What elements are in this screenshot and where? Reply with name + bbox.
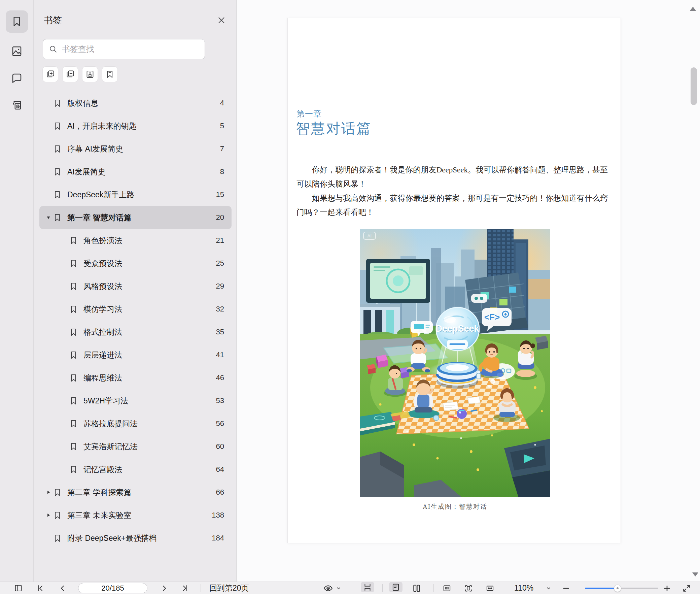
bookmark-label: 艾宾浩斯记忆法 [83, 441, 138, 452]
bookmark-search-input[interactable] [62, 44, 199, 54]
remove-bookmark-icon [105, 70, 114, 79]
vertical-scrollbar-thumb[interactable] [691, 67, 697, 105]
document-canvas[interactable]: 第一章 智慧对话篇 你好，聪明的探索者！我是你的朋友DeepSeek。我可以帮你… [237, 0, 700, 582]
bookmark-item[interactable]: 第二章 学科探索篇 66 [39, 481, 232, 504]
bookmark-icon [53, 144, 62, 154]
zoom-in-button[interactable] [660, 582, 674, 594]
bookmarks-panel: 书签 [34, 0, 237, 582]
view-mode-eye-icon [323, 583, 333, 593]
bookmark-item[interactable]: 第一章 智慧对话篇 20 [39, 206, 232, 229]
bookmark-icon [69, 259, 78, 268]
pdf-page: 第一章 智慧对话篇 你好，聪明的探索者！我是你的朋友DeepSeek。我可以帮你… [287, 18, 621, 543]
bookmark-label: AI，开启未来的钥匙 [67, 121, 137, 131]
bookmark-page-number: 15 [212, 190, 224, 199]
panel-title: 书签 [44, 14, 62, 26]
bookmark-item[interactable]: 5W2H学习法 53 [39, 389, 232, 412]
continuous-scroll-button[interactable] [361, 582, 374, 592]
page-number-input[interactable]: 20/185 [78, 583, 147, 593]
image-icon [11, 45, 23, 57]
fullscreen-button[interactable] [680, 582, 693, 594]
prev-page-button[interactable] [56, 582, 69, 594]
bookmark-item[interactable]: 格式控制法 35 [39, 321, 232, 343]
bookmark-page-number: 8 [216, 167, 224, 176]
scroll-down-icon[interactable] [692, 572, 698, 576]
bookmark-label: 角色扮演法 [83, 235, 122, 246]
bookmark-page-number: 184 [208, 534, 224, 542]
bookmark-label: 层层递进法 [83, 350, 122, 360]
chapter-kicker: 第一章 [296, 108, 322, 119]
collapse-all-button[interactable] [63, 67, 78, 82]
bookmark-search[interactable] [43, 39, 205, 59]
rail-page-bookmarks-button[interactable] [6, 94, 28, 116]
body-text: 你好，聪明的探索者！我是你的朋友DeepSeek。我可以帮你解答问题、整理思路，… [296, 163, 608, 219]
rail-comments-button[interactable] [6, 67, 28, 89]
bookmark-item[interactable]: DeepSeek新手上路 15 [39, 183, 232, 206]
caret-right-icon[interactable] [44, 513, 53, 518]
two-page-icon [412, 584, 421, 593]
rail-bookmarks-button[interactable] [6, 10, 28, 33]
caret-down-icon[interactable] [44, 215, 53, 220]
back-to-page-button[interactable]: 回到第20页 [209, 582, 249, 594]
close-panel-button[interactable] [215, 14, 228, 26]
bookmark-label: 版权信息 [67, 98, 98, 108]
fit-width-button[interactable] [483, 582, 497, 594]
last-page-button[interactable] [178, 582, 192, 594]
icon-rail [0, 0, 34, 582]
bookmark-item[interactable]: 苏格拉底提问法 56 [39, 412, 232, 435]
first-page-icon [36, 584, 44, 592]
bookmark-icon [69, 328, 78, 337]
bookmark-item[interactable]: 角色扮演法 21 [39, 229, 232, 252]
single-page-icon [391, 583, 400, 592]
sidebar-toggle-button[interactable] [11, 582, 25, 594]
bookmark-item[interactable]: 编程思维法 46 [39, 366, 232, 389]
bookmark-item[interactable]: 层层递进法 41 [39, 343, 232, 366]
bookmark-item[interactable]: 第三章 未来实验室 138 [39, 504, 232, 527]
bookmark-item[interactable]: 序幕 AI发展简史 7 [39, 137, 232, 160]
bookmark-item[interactable]: 模仿学习法 32 [39, 298, 232, 321]
caret-right-icon[interactable] [44, 490, 53, 495]
bookmark-page-number: 20 [212, 213, 224, 222]
search-icon [48, 44, 58, 54]
bookmark-icon [53, 511, 62, 520]
bookmark-item[interactable]: 风格预设法 29 [39, 275, 232, 298]
paragraph: 你好，聪明的探索者！我是你的朋友DeepSeek。我可以帮你解答问题、整理思路，… [296, 163, 608, 191]
next-page-button[interactable] [158, 582, 171, 594]
bookmark-page-number: 25 [212, 259, 224, 268]
zoom-out-button[interactable] [559, 582, 573, 594]
bookmark-page-number: 41 [212, 351, 224, 359]
zoom-level-dropdown[interactable] [546, 582, 551, 594]
bookmark-page-number: 4 [216, 99, 224, 107]
bookmark-item[interactable]: 版权信息 4 [39, 92, 232, 114]
scroll-up-icon[interactable] [690, 7, 696, 11]
bookmark-item[interactable]: 记忆宫殿法 64 [39, 458, 232, 481]
zoom-slider-thumb[interactable] [614, 585, 621, 592]
zoom-out-icon [562, 584, 570, 592]
remove-bookmark-button[interactable] [102, 67, 117, 82]
bookmark-page-number: 32 [212, 305, 224, 314]
rail-images-button[interactable] [6, 40, 28, 62]
bookmark-item[interactable]: 受众预设法 25 [39, 252, 232, 275]
bookmark-item[interactable]: AI，开启未来的钥匙 5 [39, 114, 232, 137]
bookmark-icon [69, 236, 78, 245]
continuous-scroll-icon [363, 583, 372, 592]
bookmark-label: 第三章 未来实验室 [67, 510, 131, 521]
bookmark-label: 第一章 智慧对话篇 [67, 212, 131, 223]
zoom-slider[interactable] [585, 588, 658, 589]
fit-page-button[interactable] [462, 582, 475, 594]
bookmark-item[interactable]: 附录 DeepSeek+最强搭档 184 [39, 527, 232, 550]
view-mode-button[interactable] [320, 582, 344, 594]
bookmark-label: 编程思维法 [83, 373, 122, 383]
bookmark-icon [69, 373, 78, 383]
zoom-level-value[interactable]: 110% [514, 582, 533, 594]
two-page-button[interactable] [410, 582, 423, 594]
bookmark-item[interactable]: AI发展简史 8 [39, 160, 232, 183]
fit-page-icon [464, 584, 473, 593]
expand-all-button[interactable] [43, 67, 58, 82]
single-page-button[interactable] [389, 582, 403, 592]
add-bookmark-button[interactable] [82, 67, 98, 82]
bookmark-item[interactable]: 艾宾浩斯记忆法 60 [39, 435, 232, 458]
bookmark-page-number: 21 [212, 236, 224, 245]
actual-size-button[interactable] [440, 582, 454, 594]
bottom-toolbar: 20/185 回到第20页 [0, 582, 700, 594]
first-page-button[interactable] [34, 582, 47, 594]
